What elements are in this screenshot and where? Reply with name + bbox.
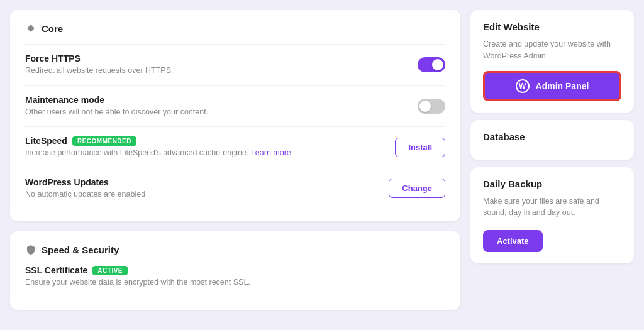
core-card-title: Core xyxy=(25,23,445,34)
wordpress-updates-desc: No automatic updates are enabled xyxy=(25,189,379,201)
speed-security-card: Speed & Security SSL Certificate ACTIVE … xyxy=(10,231,460,310)
litespeed-badge: RECOMMENDED xyxy=(72,136,136,146)
daily-backup-title: Daily Backup xyxy=(483,179,621,189)
litespeed-info: LiteSpeed RECOMMENDED Increase performan… xyxy=(25,136,395,159)
daily-backup-card: Daily Backup Make sure your files are sa… xyxy=(470,167,634,264)
force-https-desc: Redirect all website requests over HTTPS… xyxy=(25,65,408,77)
force-https-label: Force HTTPS xyxy=(25,53,408,63)
litespeed-learn-more[interactable]: Learn more xyxy=(251,148,291,157)
ssl-certificate-row: SSL Certificate ACTIVE Ensure your websi… xyxy=(25,265,445,297)
force-https-info: Force HTTPS Redirect all website request… xyxy=(25,53,418,77)
daily-backup-desc: Make sure your files are safe and sound,… xyxy=(483,195,621,219)
database-title: Database xyxy=(483,131,621,142)
edit-website-title: Edit Website xyxy=(483,21,621,32)
edit-website-desc: Create and update your website with Word… xyxy=(483,38,621,62)
shield-icon xyxy=(25,244,36,255)
wordpress-updates-info: WordPress Updates No automatic updates a… xyxy=(25,177,389,201)
maintenance-mode-row: Maintenance mode Other users will not be… xyxy=(25,85,445,127)
ssl-certificate-label: SSL Certificate ACTIVE xyxy=(25,265,435,275)
admin-panel-button[interactable]: W Admin Panel xyxy=(483,71,621,101)
edit-website-card: Edit Website Create and update your webs… xyxy=(470,10,634,113)
maintenance-mode-thumb xyxy=(419,101,431,112)
litespeed-install-button[interactable]: Install xyxy=(395,138,445,157)
force-https-row: Force HTTPS Redirect all website request… xyxy=(25,44,445,85)
wordpress-updates-label: WordPress Updates xyxy=(25,177,379,187)
litespeed-desc: Increase performance with LiteSpeed's ad… xyxy=(25,148,385,159)
left-column: Core Force HTTPS Redirect all website re… xyxy=(10,10,460,320)
core-card: Core Force HTTPS Redirect all website re… xyxy=(10,10,460,221)
force-https-toggle[interactable] xyxy=(418,57,445,72)
diamond-icon xyxy=(25,23,36,34)
speed-security-title: Speed & Security xyxy=(25,244,445,255)
ssl-certificate-info: SSL Certificate ACTIVE Ensure your websi… xyxy=(25,265,445,289)
litespeed-row: LiteSpeed RECOMMENDED Increase performan… xyxy=(25,126,445,168)
ssl-active-badge: ACTIVE xyxy=(92,266,128,275)
right-column: Edit Website Create and update your webs… xyxy=(470,10,634,320)
wordpress-updates-change-button[interactable]: Change xyxy=(389,179,445,198)
wordpress-icon: W xyxy=(516,79,530,93)
maintenance-mode-desc: Other users will not be able to discover… xyxy=(25,107,408,118)
activate-button[interactable]: Activate xyxy=(483,230,543,252)
wordpress-updates-row: WordPress Updates No automatic updates a… xyxy=(25,168,445,209)
maintenance-mode-label: Maintenance mode xyxy=(25,95,408,105)
maintenance-mode-info: Maintenance mode Other users will not be… xyxy=(25,95,418,118)
svg-rect-0 xyxy=(27,25,35,32)
ssl-certificate-desc: Ensure your website data is encrypted wi… xyxy=(25,277,435,289)
litespeed-label: LiteSpeed RECOMMENDED xyxy=(25,136,385,146)
maintenance-mode-toggle[interactable] xyxy=(418,99,445,114)
database-card: Database xyxy=(470,120,634,160)
